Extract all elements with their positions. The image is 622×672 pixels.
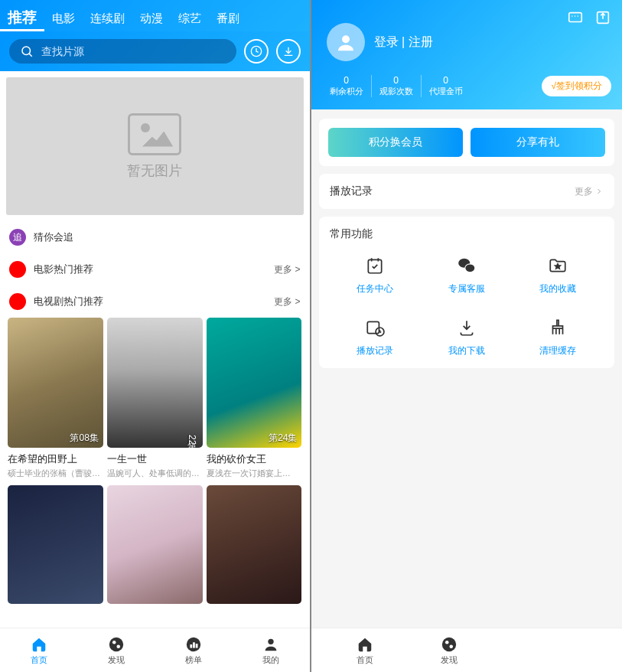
func-favorites[interactable]: 我的收藏 bbox=[513, 255, 604, 295]
share-reward-button[interactable]: 分享有礼 bbox=[471, 128, 605, 157]
svg-point-20 bbox=[449, 644, 453, 648]
stats-row: 0剩余积分 0观影次数 0代理金币 √签到领积分 bbox=[322, 75, 612, 109]
func-support[interactable]: 专属客服 bbox=[421, 255, 513, 295]
discover-icon bbox=[107, 635, 125, 654]
nav-tab-series[interactable]: 连续剧 bbox=[83, 8, 132, 29]
tab-label: 我的 bbox=[262, 654, 279, 666]
poster-subtitle: 夏浅在一次订婚宴上… bbox=[207, 468, 302, 479]
tab-label: 首页 bbox=[357, 654, 373, 666]
func-label: 我的收藏 bbox=[539, 282, 576, 295]
brush-icon bbox=[546, 317, 569, 338]
wechat-icon bbox=[455, 255, 478, 276]
tab-discover[interactable]: 发现 bbox=[77, 628, 155, 672]
profile-header: 登录 | 注册 0剩余积分 0观影次数 0代理金币 √签到领积分 bbox=[311, 0, 623, 109]
episode-badge: 第08集 bbox=[70, 432, 98, 445]
panel-title: 常用功能 bbox=[330, 227, 604, 241]
more-link[interactable]: 更多 > bbox=[274, 263, 300, 276]
tab-label: 发现 bbox=[108, 654, 125, 666]
func-label: 我的下载 bbox=[448, 344, 485, 357]
tab-home[interactable]: 首页 bbox=[342, 628, 388, 672]
tab-home[interactable]: 首页 bbox=[0, 628, 77, 672]
tab-label: 首页 bbox=[31, 654, 47, 666]
history-panel: 播放记录 更多 bbox=[319, 174, 615, 209]
section-bullet-icon bbox=[9, 261, 26, 278]
home-icon bbox=[30, 635, 48, 654]
stat-views[interactable]: 0观影次数 bbox=[371, 75, 421, 97]
share-icon[interactable] bbox=[594, 9, 611, 26]
nav-tab-anime[interactable]: 动漫 bbox=[132, 8, 171, 29]
poster-image: 第24集 bbox=[207, 318, 302, 448]
tab-label: 榜单 bbox=[185, 654, 202, 666]
poster-item[interactable]: 第24集 我的砍价女王 夏浅在一次订婚宴上… bbox=[207, 318, 302, 479]
checkin-button[interactable]: √签到领积分 bbox=[542, 76, 611, 96]
svg-rect-6 bbox=[190, 644, 192, 648]
message-icon[interactable] bbox=[567, 9, 584, 26]
poster-item[interactable]: 第08集 在希望的田野上 硕士毕业的张楠（曹骏饰… bbox=[8, 318, 103, 479]
content-scroll[interactable]: 暂无图片 追 猜你会追 电影热门推荐 更多 > 电视剧热门推荐 更多 > 第08… bbox=[0, 71, 310, 628]
tab-label: 发现 bbox=[441, 654, 458, 666]
history-icon[interactable] bbox=[244, 39, 269, 64]
poster-item[interactable] bbox=[8, 485, 103, 604]
func-label: 清理缓存 bbox=[539, 344, 576, 357]
tab-mine[interactable]: 我的 bbox=[232, 628, 309, 672]
episode-badge: 第24集 bbox=[269, 432, 297, 445]
panel-title: 播放记录 bbox=[330, 184, 575, 198]
svg-rect-8 bbox=[196, 644, 198, 648]
category-nav: 推荐 电影 连续剧 动漫 综艺 番剧 bbox=[0, 0, 310, 31]
hero-banner[interactable]: 暂无图片 bbox=[6, 77, 304, 215]
download-icon[interactable] bbox=[276, 39, 301, 64]
svg-point-18 bbox=[441, 637, 455, 651]
poster-item[interactable]: 第22集 一生一世 温婉可人、处事低调的业… bbox=[107, 318, 203, 479]
image-placeholder-icon bbox=[128, 113, 181, 155]
poster-image bbox=[107, 485, 203, 604]
poster-item[interactable] bbox=[207, 485, 302, 604]
chevron-right-icon bbox=[594, 187, 604, 196]
action-buttons: 积分换会员 分享有礼 bbox=[319, 119, 615, 166]
person-icon bbox=[334, 31, 357, 54]
func-label: 播放记录 bbox=[357, 344, 393, 357]
nav-tab-variety[interactable]: 综艺 bbox=[171, 8, 209, 29]
stat-points[interactable]: 0剩余积分 bbox=[322, 75, 371, 97]
tv-poster-row: 第08集 在希望的田野上 硕士毕业的张楠（曹骏饰… 第22集 一生一世 温婉可人… bbox=[0, 318, 310, 479]
episode-badge: 第22集 bbox=[185, 435, 198, 445]
nav-tab-movie[interactable]: 电影 bbox=[44, 8, 83, 29]
func-label: 专属客服 bbox=[448, 282, 485, 295]
func-downloads[interactable]: 我的下载 bbox=[421, 317, 513, 357]
tv-poster-row-2 bbox=[0, 485, 310, 604]
more-link[interactable]: 更多 > bbox=[274, 295, 300, 308]
vip-exchange-button[interactable]: 积分换会员 bbox=[328, 128, 463, 157]
section-title: 电视剧热门推荐 bbox=[34, 295, 266, 308]
download-icon bbox=[455, 317, 478, 338]
func-task-center[interactable]: 任务中心 bbox=[330, 255, 422, 295]
stat-coins[interactable]: 0代理金币 bbox=[421, 75, 471, 97]
person-icon bbox=[262, 635, 280, 654]
poster-image bbox=[8, 485, 103, 604]
svg-point-9 bbox=[268, 638, 273, 644]
avatar[interactable] bbox=[327, 23, 365, 61]
nav-tab-drama[interactable]: 番剧 bbox=[209, 8, 247, 29]
section-guess: 追 猜你会追 bbox=[0, 221, 310, 253]
poster-title: 在希望的田野上 bbox=[8, 452, 103, 466]
more-link[interactable]: 更多 bbox=[575, 185, 604, 198]
svg-rect-16 bbox=[368, 321, 379, 333]
section-title: 电影热门推荐 bbox=[34, 263, 266, 276]
svg-point-12 bbox=[342, 35, 350, 43]
login-register-link[interactable]: 登录 | 注册 bbox=[374, 34, 433, 51]
task-icon bbox=[363, 255, 386, 276]
search-box[interactable] bbox=[9, 39, 236, 64]
func-clear-cache[interactable]: 清理缓存 bbox=[513, 317, 604, 357]
section-tv: 电视剧热门推荐 更多 > bbox=[0, 285, 310, 318]
search-icon bbox=[20, 44, 34, 58]
poster-subtitle: 温婉可人、处事低调的业… bbox=[107, 468, 203, 479]
tab-discover[interactable]: 发现 bbox=[426, 628, 472, 672]
poster-item[interactable] bbox=[107, 485, 203, 604]
search-input[interactable] bbox=[41, 45, 226, 57]
poster-image: 第08集 bbox=[8, 318, 103, 448]
svg-point-19 bbox=[445, 640, 448, 644]
discover-icon bbox=[440, 635, 458, 654]
svg-rect-10 bbox=[569, 13, 582, 22]
func-playback-history[interactable]: 播放记录 bbox=[330, 317, 422, 357]
section-bullet-icon bbox=[9, 293, 26, 310]
tab-rank[interactable]: 榜单 bbox=[155, 628, 232, 672]
nav-tab-recommend[interactable]: 推荐 bbox=[0, 5, 44, 31]
